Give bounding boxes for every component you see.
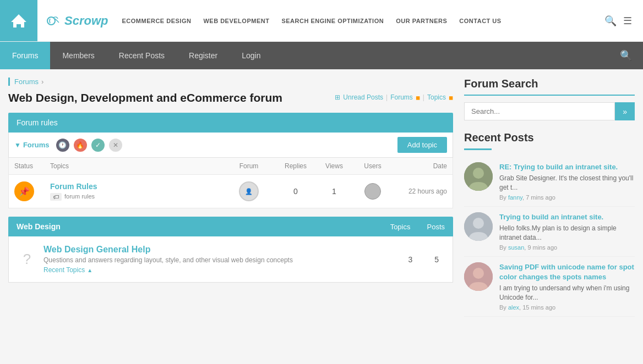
forum-avatar-cell: 👤 bbox=[221, 181, 276, 201]
recent-posts-divider bbox=[464, 148, 492, 150]
recent-topics-label[interactable]: Recent Topics bbox=[43, 266, 85, 274]
topic-title-link[interactable]: Forum Rules bbox=[50, 182, 97, 191]
nav-link-contact[interactable]: CONTACT US bbox=[459, 18, 501, 24]
forums-link[interactable]: Forums bbox=[390, 93, 413, 101]
tab-login[interactable]: Login bbox=[230, 42, 273, 69]
filter-check-icon[interactable]: ✓ bbox=[91, 139, 105, 152]
rp-author-link[interactable]: fanny bbox=[508, 194, 522, 201]
svg-point-3 bbox=[473, 168, 484, 179]
pinned-icon: 📌 bbox=[14, 181, 34, 201]
forum-category-row: ? Web Design General Help Questions and … bbox=[8, 236, 453, 283]
category-desc: Questions and answers regarding layout, … bbox=[43, 256, 401, 264]
nav-link-ecommerce[interactable]: ECOMMERCE DESIGN bbox=[122, 18, 191, 24]
nav-link-seo[interactable]: SEARCH ENGINE OPTIMIZATION bbox=[281, 18, 384, 24]
col-replies: Replies bbox=[276, 162, 315, 170]
tab-register[interactable]: Register bbox=[177, 42, 230, 69]
col-forum: Forum bbox=[221, 162, 276, 170]
avatar: 👤 bbox=[239, 181, 259, 201]
avatar bbox=[464, 262, 493, 291]
logo[interactable]: Scrowp bbox=[37, 13, 116, 29]
nav-link-webdev[interactable]: WEB DEVELOPMENT bbox=[203, 18, 269, 24]
rp-author-link[interactable]: susan bbox=[508, 244, 524, 251]
filter-clock-icon[interactable]: 🕐 bbox=[56, 139, 69, 152]
tab-recent-posts[interactable]: Recent Posts bbox=[107, 42, 177, 69]
layers-icon: ⊞ bbox=[335, 93, 340, 101]
topic-table-header: Status Topics Forum Replies Views Users … bbox=[8, 158, 453, 174]
recent-post-content: RE: Trying to build an intranet site. Gr… bbox=[499, 162, 635, 201]
users-cell bbox=[353, 183, 392, 200]
rp-author-link[interactable]: alex bbox=[508, 304, 519, 311]
forum-rules-label: Forum rules bbox=[17, 118, 58, 127]
topic-tag-label: forum rules bbox=[64, 193, 95, 201]
topics-col-label: Topics bbox=[390, 223, 411, 231]
topics-link[interactable]: Topics bbox=[427, 93, 446, 101]
table-row: 📌 Forum Rules 🏷 forum rules 👤 0 1 22 hou… bbox=[8, 174, 453, 208]
search-input[interactable] bbox=[464, 102, 615, 120]
section-col-labels: Topics Posts bbox=[390, 223, 445, 231]
rp-time: 9 mins ago bbox=[527, 244, 557, 251]
divider-2: | bbox=[423, 93, 424, 101]
breadcrumb-forums-link[interactable]: Forums bbox=[14, 78, 39, 86]
col-date: Date bbox=[392, 162, 447, 170]
col-status: Status bbox=[14, 162, 50, 170]
recent-post-item: RE: Trying to build an intranet site. Gr… bbox=[464, 157, 635, 207]
user-avatar bbox=[364, 183, 381, 200]
tab-members[interactable]: Members bbox=[50, 42, 106, 69]
rp-meta: By alex, 15 mins ago bbox=[499, 304, 635, 311]
rp-title-link[interactable]: Trying to build an intranet site. bbox=[499, 212, 635, 222]
home-icon-box[interactable] bbox=[0, 0, 37, 41]
forums-filter-label[interactable]: Forums bbox=[23, 141, 50, 149]
page-title: Web Design, Development and eCommerce fo… bbox=[8, 91, 282, 104]
rp-title-link[interactable]: Saving PDF with unicode name for spot co… bbox=[499, 262, 635, 282]
category-info: Web Design General Help Questions and an… bbox=[43, 245, 401, 274]
web-design-section: Web Design Topics Posts ? Web Design Gen… bbox=[8, 217, 453, 283]
rp-meta: By susan, 9 mins ago bbox=[499, 244, 635, 251]
section-bar: Web Design Topics Posts bbox=[8, 217, 453, 236]
top-nav: Scrowp ECOMMERCE DESIGN WEB DEVELOPMENT … bbox=[0, 0, 643, 42]
page-title-row: Web Design, Development and eCommerce fo… bbox=[8, 91, 453, 104]
filter-fire-icon[interactable]: 🔥 bbox=[74, 139, 87, 152]
search-button[interactable]: » bbox=[615, 102, 635, 120]
logo-icon bbox=[46, 13, 61, 29]
section-title: Web Design bbox=[17, 222, 390, 231]
rp-title-link[interactable]: RE: Trying to build an intranet site. bbox=[499, 162, 635, 172]
recent-post-item: Saving PDF with unicode name for spot co… bbox=[464, 257, 635, 317]
top-nav-links: ECOMMERCE DESIGN WEB DEVELOPMENT SEARCH … bbox=[122, 18, 604, 24]
search-box-row: » bbox=[464, 102, 635, 120]
category-title-link[interactable]: Web Design General Help bbox=[43, 245, 150, 254]
svg-point-5 bbox=[473, 218, 484, 229]
title-links: ⊞ Unread Posts | Forums ◼ | Topics ◼ bbox=[335, 93, 453, 101]
content-column: Forums › Web Design, Development and eCo… bbox=[8, 78, 453, 317]
col-topics: Topics bbox=[50, 162, 221, 170]
rp-excerpt: Grab Site Designer. It's the closest thi… bbox=[499, 174, 635, 192]
add-topic-button[interactable]: Add topic bbox=[397, 137, 447, 153]
search-icon[interactable]: 🔍 bbox=[604, 15, 617, 27]
chevron-up-icon: ▲ bbox=[87, 267, 92, 273]
secondary-nav-search-icon[interactable]: 🔍 bbox=[620, 49, 643, 62]
filter-x-icon[interactable]: ✕ bbox=[109, 139, 122, 152]
menu-icon[interactable]: ☰ bbox=[623, 15, 632, 27]
posts-count: 5 bbox=[434, 255, 439, 264]
recent-post-content: Saving PDF with unicode name for spot co… bbox=[499, 262, 635, 311]
svg-point-7 bbox=[473, 268, 484, 279]
views-cell: 1 bbox=[315, 187, 353, 196]
topic-status-cell: 📌 bbox=[14, 181, 50, 201]
search-divider bbox=[464, 95, 635, 96]
replies-cell: 0 bbox=[276, 187, 315, 196]
recent-post-content: Trying to build an intranet site. Hello … bbox=[499, 212, 635, 251]
rp-excerpt: Hello folks.My plan is to design a simpl… bbox=[499, 224, 635, 242]
tab-forums[interactable]: Forums bbox=[0, 42, 50, 69]
svg-line-1 bbox=[55, 19, 59, 23]
rp-excerpt: I am trying to undersand why when i'm us… bbox=[499, 284, 635, 302]
unread-posts-link[interactable]: Unread Posts bbox=[343, 93, 383, 101]
col-views: Views bbox=[315, 162, 353, 170]
main-container: Forums › Web Design, Development and eCo… bbox=[0, 69, 643, 325]
category-counts: 3 5 bbox=[408, 255, 444, 264]
nav-link-partners[interactable]: OUR PARTNERS bbox=[396, 18, 447, 24]
rp-time: 15 mins ago bbox=[522, 304, 555, 311]
recent-posts-title: Recent Posts bbox=[464, 131, 635, 144]
divider-1: | bbox=[386, 93, 388, 101]
category-recent-topics[interactable]: Recent Topics ▲ bbox=[43, 266, 401, 274]
home-icon bbox=[10, 12, 28, 30]
secondary-nav: Forums Members Recent Posts Register Log… bbox=[0, 42, 643, 69]
